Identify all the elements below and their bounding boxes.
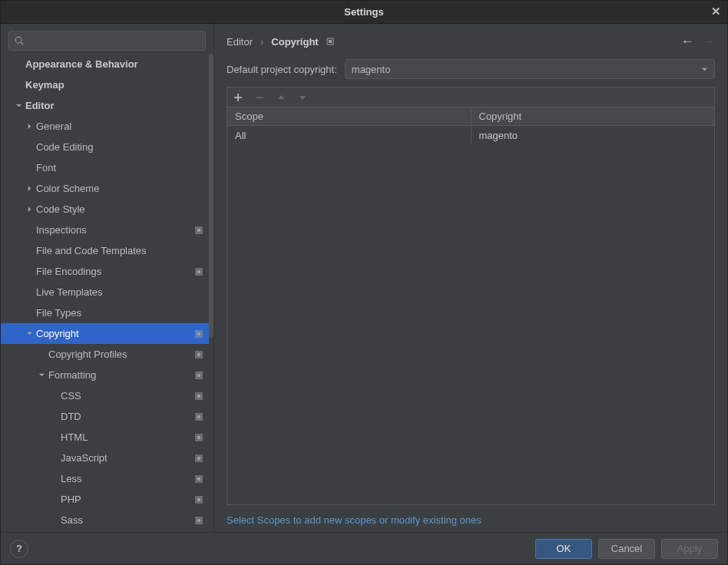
close-icon[interactable]: ✕ xyxy=(711,5,721,17)
sidebar-item-sass[interactable]: Sass xyxy=(1,510,209,530)
scrollbar[interactable] xyxy=(209,54,213,338)
arrow-placeholder xyxy=(24,142,35,153)
chevron-right-icon[interactable] xyxy=(24,121,35,132)
svg-rect-5 xyxy=(197,270,200,273)
arrow-placeholder xyxy=(36,349,47,360)
sidebar-item-appearance[interactable]: Appearance & Behavior xyxy=(1,54,209,74)
sidebar-item-file-types[interactable]: File Types xyxy=(1,302,209,323)
chevron-right-icon[interactable] xyxy=(24,183,35,194)
default-copyright-select[interactable]: magento xyxy=(345,59,715,79)
sidebar-item-copyright-profiles[interactable]: Copyright Profiles xyxy=(1,344,209,365)
svg-point-0 xyxy=(15,37,22,43)
svg-rect-17 xyxy=(197,436,200,439)
search-input[interactable] xyxy=(8,31,206,51)
sidebar-item-color-scheme[interactable]: Color Scheme xyxy=(1,178,209,199)
sidebar-item-file-code-templates[interactable]: File and Code Templates xyxy=(1,240,209,261)
svg-rect-27 xyxy=(329,40,332,43)
sidebar-item-label: DTD xyxy=(61,411,81,422)
sidebar-item-label: Code Editing xyxy=(36,141,93,153)
arrow-placeholder xyxy=(24,225,35,236)
default-copyright-row: Default project copyright: magento xyxy=(214,59,727,87)
select-scopes-link[interactable]: Select Scopes to add new scopes or modif… xyxy=(227,514,481,526)
cell-copyright: magento xyxy=(472,126,715,144)
chevron-down-icon xyxy=(701,66,708,73)
chevron-right-icon[interactable] xyxy=(24,204,35,215)
apply-button[interactable]: Apply xyxy=(661,539,718,559)
table-head: Scope Copyright xyxy=(227,107,714,126)
project-icon xyxy=(195,226,203,234)
sidebar-item-label: File Types xyxy=(36,307,81,319)
breadcrumb-b: Copyright xyxy=(271,36,318,48)
forward-icon: → xyxy=(702,34,715,49)
table-row[interactable]: Allmagento xyxy=(227,126,714,144)
sidebar-item-label: Appearance & Behavior xyxy=(25,58,138,70)
project-icon xyxy=(195,392,203,400)
sidebar-item-label: General xyxy=(36,121,71,132)
arrow-placeholder xyxy=(24,287,35,298)
back-icon[interactable]: ← xyxy=(681,34,694,49)
svg-rect-19 xyxy=(197,457,200,460)
sidebar-item-keymap[interactable]: Keymap xyxy=(1,74,209,95)
arrow-placeholder xyxy=(48,432,59,443)
arrow-placeholder xyxy=(24,308,35,319)
sidebar-item-css[interactable]: CSS xyxy=(1,385,209,406)
svg-rect-3 xyxy=(197,229,200,232)
help-button[interactable]: ? xyxy=(10,540,28,558)
sidebar-item-code-editing[interactable]: Code Editing xyxy=(1,137,209,157)
sidebar-item-label: CSS xyxy=(61,390,81,401)
sidebar-item-html[interactable]: HTML xyxy=(1,427,209,448)
project-icon xyxy=(195,413,203,421)
svg-line-1 xyxy=(21,42,23,45)
table-body: Allmagento xyxy=(227,126,714,504)
cancel-button[interactable]: Cancel xyxy=(598,539,655,559)
sidebar-item-label: Font xyxy=(36,162,56,173)
arrow-placeholder xyxy=(48,474,59,484)
sidebar-item-label: File Encodings xyxy=(36,266,101,277)
project-icon xyxy=(195,268,203,276)
sidebar-item-file-encodings[interactable]: File Encodings xyxy=(1,261,209,282)
sidebar-item-javascript[interactable]: JavaScript xyxy=(1,448,209,468)
sidebar-item-label: Copyright xyxy=(36,328,79,339)
svg-rect-15 xyxy=(197,415,200,418)
chevron-down-icon[interactable] xyxy=(24,329,35,339)
svg-rect-7 xyxy=(197,332,200,335)
svg-rect-21 xyxy=(197,477,200,481)
sidebar-item-formatting[interactable]: Formatting xyxy=(1,365,209,385)
sidebar-item-live-templates[interactable]: Live Templates xyxy=(1,282,209,302)
sidebar-item-copyright[interactable]: Copyright xyxy=(1,323,209,344)
project-icon xyxy=(195,454,203,462)
arrow-placeholder xyxy=(24,246,35,256)
add-icon[interactable] xyxy=(232,91,244,104)
cell-scope: All xyxy=(227,126,472,144)
sidebar-item-code-style[interactable]: Code Style xyxy=(1,199,209,220)
sidebar-item-dtd[interactable]: DTD xyxy=(1,406,209,427)
breadcrumb-a[interactable]: Editor xyxy=(227,36,253,48)
sidebar-item-inspections[interactable]: Inspections xyxy=(1,220,209,240)
sidebar-item-label: Live Templates xyxy=(36,286,102,298)
arrow-placeholder xyxy=(48,453,59,464)
sidebar-item-less[interactable]: Less xyxy=(1,468,209,489)
arrow-placeholder xyxy=(13,59,24,70)
sidebar-item-php[interactable]: PHP xyxy=(1,489,209,510)
scopes-link-row: Select Scopes to add new scopes or modif… xyxy=(214,505,727,532)
project-icon xyxy=(195,496,203,504)
chevron-down-icon[interactable] xyxy=(13,101,24,111)
sidebar-item-general[interactable]: General xyxy=(1,116,209,137)
sidebar-item-font[interactable]: Font xyxy=(1,157,209,178)
arrow-placeholder xyxy=(48,411,59,422)
sidebar-item-label: HTML xyxy=(61,431,88,443)
project-icon xyxy=(326,38,334,45)
sidebar-item-editor[interactable]: Editor xyxy=(1,95,209,116)
breadcrumb: Editor › Copyright ← → xyxy=(214,24,727,59)
chevron-down-icon[interactable] xyxy=(36,370,47,381)
sidebar-item-label: File and Code Templates xyxy=(36,245,147,256)
svg-rect-13 xyxy=(197,395,200,398)
sidebar-item-label: Code Style xyxy=(36,203,85,215)
sidebar-item-label: Sass xyxy=(61,514,83,526)
th-scope[interactable]: Scope xyxy=(227,107,472,125)
th-copyright[interactable]: Copyright xyxy=(472,107,715,125)
content-pane: Editor › Copyright ← → Default project c… xyxy=(214,24,727,532)
chevron-right-icon: › xyxy=(260,36,263,48)
arrow-placeholder xyxy=(48,515,59,526)
ok-button[interactable]: OK xyxy=(535,539,592,559)
